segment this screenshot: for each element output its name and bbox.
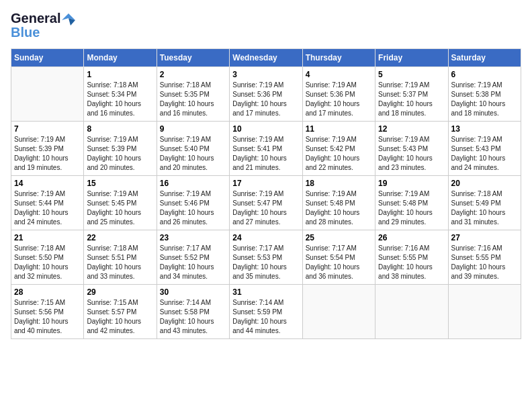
calendar-cell: 2Sunrise: 7:18 AM Sunset: 5:35 PM Daylig…	[157, 67, 229, 122]
calendar-cell: 30Sunrise: 7:14 AM Sunset: 5:58 PM Dayli…	[157, 285, 229, 339]
calendar-cell: 23Sunrise: 7:17 AM Sunset: 5:52 PM Dayli…	[157, 230, 229, 285]
calendar-cell: 7Sunrise: 7:19 AM Sunset: 5:39 PM Daylig…	[11, 122, 84, 176]
day-number: 26	[378, 233, 445, 242]
day-number: 23	[160, 233, 226, 242]
day-info: Sunrise: 7:19 AM Sunset: 5:37 PM Dayligh…	[378, 81, 445, 118]
logo-wordmark: General	[11, 11, 75, 26]
day-number: 18	[306, 179, 372, 188]
day-info: Sunrise: 7:19 AM Sunset: 5:46 PM Dayligh…	[160, 189, 226, 227]
calendar-week-row: 28Sunrise: 7:15 AM Sunset: 5:56 PM Dayli…	[11, 285, 521, 339]
day-number: 9	[160, 124, 226, 134]
day-info: Sunrise: 7:19 AM Sunset: 5:36 PM Dayligh…	[306, 81, 372, 118]
day-info: Sunrise: 7:17 AM Sunset: 5:53 PM Dayligh…	[232, 244, 299, 281]
calendar-cell	[448, 285, 521, 339]
calendar-cell: 14Sunrise: 7:19 AM Sunset: 5:44 PM Dayli…	[11, 176, 84, 230]
day-info: Sunrise: 7:17 AM Sunset: 5:54 PM Dayligh…	[306, 244, 372, 281]
calendar-cell: 8Sunrise: 7:19 AM Sunset: 5:39 PM Daylig…	[84, 122, 157, 176]
calendar-week-row: 1Sunrise: 7:18 AM Sunset: 5:34 PM Daylig…	[11, 67, 521, 122]
day-info: Sunrise: 7:19 AM Sunset: 5:45 PM Dayligh…	[87, 189, 153, 227]
calendar-cell: 19Sunrise: 7:19 AM Sunset: 5:48 PM Dayli…	[375, 176, 448, 230]
day-number: 8	[87, 124, 153, 134]
calendar-cell: 25Sunrise: 7:17 AM Sunset: 5:54 PM Dayli…	[302, 230, 375, 285]
calendar-cell: 17Sunrise: 7:19 AM Sunset: 5:47 PM Dayli…	[230, 176, 302, 230]
day-info: Sunrise: 7:15 AM Sunset: 5:57 PM Dayligh…	[87, 298, 153, 336]
day-info: Sunrise: 7:19 AM Sunset: 5:38 PM Dayligh…	[451, 81, 518, 118]
calendar-cell: 27Sunrise: 7:16 AM Sunset: 5:55 PM Dayli…	[448, 230, 521, 285]
day-number: 2	[160, 70, 226, 79]
day-info: Sunrise: 7:14 AM Sunset: 5:59 PM Dayligh…	[232, 298, 299, 336]
calendar-header-row: SundayMondayTuesdayWednesdayThursdayFrid…	[11, 49, 521, 67]
calendar-cell	[375, 285, 448, 339]
day-number: 16	[160, 179, 226, 188]
day-number: 24	[232, 233, 299, 242]
calendar-cell: 3Sunrise: 7:19 AM Sunset: 5:36 PM Daylig…	[230, 67, 302, 122]
page-header: General Blue	[11, 11, 521, 40]
day-info: Sunrise: 7:19 AM Sunset: 5:39 PM Dayligh…	[87, 135, 153, 173]
column-header-friday: Friday	[375, 49, 448, 67]
calendar-cell: 22Sunrise: 7:18 AM Sunset: 5:51 PM Dayli…	[84, 230, 157, 285]
calendar-cell: 24Sunrise: 7:17 AM Sunset: 5:53 PM Dayli…	[230, 230, 302, 285]
day-info: Sunrise: 7:16 AM Sunset: 5:55 PM Dayligh…	[378, 244, 445, 281]
day-number: 12	[378, 124, 445, 134]
day-info: Sunrise: 7:18 AM Sunset: 5:51 PM Dayligh…	[87, 244, 153, 281]
calendar-week-row: 7Sunrise: 7:19 AM Sunset: 5:39 PM Daylig…	[11, 122, 521, 176]
day-info: Sunrise: 7:19 AM Sunset: 5:48 PM Dayligh…	[306, 189, 372, 227]
day-info: Sunrise: 7:16 AM Sunset: 5:55 PM Dayligh…	[451, 244, 518, 281]
day-number: 6	[451, 70, 518, 79]
calendar-cell: 20Sunrise: 7:18 AM Sunset: 5:49 PM Dayli…	[448, 176, 521, 230]
day-number: 17	[232, 179, 299, 188]
calendar-cell: 4Sunrise: 7:19 AM Sunset: 5:36 PM Daylig…	[302, 67, 375, 122]
calendar-week-row: 14Sunrise: 7:19 AM Sunset: 5:44 PM Dayli…	[11, 176, 521, 230]
day-number: 25	[306, 233, 372, 242]
calendar-cell: 6Sunrise: 7:19 AM Sunset: 5:38 PM Daylig…	[448, 67, 521, 122]
column-header-sunday: Sunday	[11, 49, 84, 67]
calendar-week-row: 21Sunrise: 7:18 AM Sunset: 5:50 PM Dayli…	[11, 230, 521, 285]
calendar-cell: 9Sunrise: 7:19 AM Sunset: 5:40 PM Daylig…	[157, 122, 229, 176]
calendar-cell: 12Sunrise: 7:19 AM Sunset: 5:43 PM Dayli…	[375, 122, 448, 176]
day-number: 10	[232, 124, 299, 134]
day-info: Sunrise: 7:18 AM Sunset: 5:49 PM Dayligh…	[451, 189, 518, 227]
day-info: Sunrise: 7:18 AM Sunset: 5:50 PM Dayligh…	[14, 244, 81, 281]
day-info: Sunrise: 7:19 AM Sunset: 5:43 PM Dayligh…	[451, 135, 518, 173]
day-number: 28	[14, 287, 81, 297]
calendar-cell: 29Sunrise: 7:15 AM Sunset: 5:57 PM Dayli…	[84, 285, 157, 339]
column-header-monday: Monday	[84, 49, 157, 67]
day-number: 11	[306, 124, 372, 134]
day-number: 21	[14, 233, 81, 242]
day-number: 22	[87, 233, 153, 242]
calendar-cell: 5Sunrise: 7:19 AM Sunset: 5:37 PM Daylig…	[375, 67, 448, 122]
logo: General Blue	[11, 11, 75, 40]
day-number: 14	[14, 179, 81, 188]
calendar-table: SundayMondayTuesdayWednesdayThursdayFrid…	[11, 48, 521, 339]
day-number: 30	[160, 287, 226, 297]
calendar-cell: 10Sunrise: 7:19 AM Sunset: 5:41 PM Dayli…	[230, 122, 302, 176]
day-info: Sunrise: 7:19 AM Sunset: 5:42 PM Dayligh…	[306, 135, 372, 173]
calendar-cell	[302, 285, 375, 339]
column-header-saturday: Saturday	[448, 49, 521, 67]
logo-bird-icon	[62, 12, 75, 26]
calendar-cell: 13Sunrise: 7:19 AM Sunset: 5:43 PM Dayli…	[448, 122, 521, 176]
calendar-cell: 11Sunrise: 7:19 AM Sunset: 5:42 PM Dayli…	[302, 122, 375, 176]
calendar-cell: 26Sunrise: 7:16 AM Sunset: 5:55 PM Dayli…	[375, 230, 448, 285]
calendar-cell: 31Sunrise: 7:14 AM Sunset: 5:59 PM Dayli…	[230, 285, 302, 339]
day-info: Sunrise: 7:18 AM Sunset: 5:34 PM Dayligh…	[87, 81, 153, 118]
calendar-cell: 15Sunrise: 7:19 AM Sunset: 5:45 PM Dayli…	[84, 176, 157, 230]
day-number: 19	[378, 179, 445, 188]
day-number: 7	[14, 124, 81, 134]
day-info: Sunrise: 7:14 AM Sunset: 5:58 PM Dayligh…	[160, 298, 226, 336]
day-number: 27	[451, 233, 518, 242]
column-header-tuesday: Tuesday	[157, 49, 229, 67]
day-number: 1	[87, 70, 153, 79]
day-info: Sunrise: 7:15 AM Sunset: 5:56 PM Dayligh…	[14, 298, 81, 336]
day-info: Sunrise: 7:19 AM Sunset: 5:43 PM Dayligh…	[378, 135, 445, 173]
column-header-thursday: Thursday	[302, 49, 375, 67]
day-number: 20	[451, 179, 518, 188]
logo-general-text: General	[11, 11, 60, 26]
day-info: Sunrise: 7:19 AM Sunset: 5:47 PM Dayligh…	[232, 189, 299, 227]
calendar-cell: 28Sunrise: 7:15 AM Sunset: 5:56 PM Dayli…	[11, 285, 84, 339]
day-number: 5	[378, 70, 445, 79]
day-info: Sunrise: 7:19 AM Sunset: 5:48 PM Dayligh…	[378, 189, 445, 227]
day-number: 4	[306, 70, 372, 79]
day-info: Sunrise: 7:19 AM Sunset: 5:39 PM Dayligh…	[14, 135, 81, 173]
calendar-cell	[11, 67, 84, 122]
